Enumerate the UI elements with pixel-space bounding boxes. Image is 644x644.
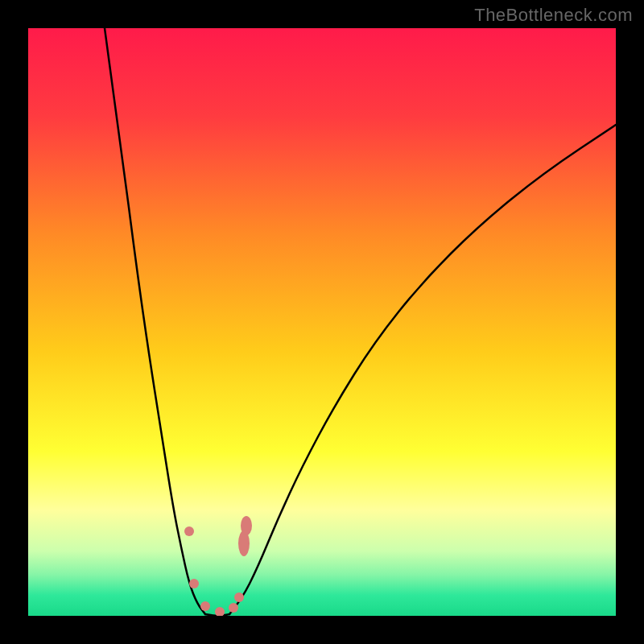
data-point-1 [189,579,199,588]
data-point-4 [229,603,238,613]
chart-frame: TheBottleneck.com [0,0,644,644]
plot-area [28,28,616,616]
data-point-7 [241,516,252,535]
watermark-text: TheBottleneck.com [474,5,633,26]
chart-svg [28,28,616,616]
data-point-5 [234,592,244,602]
data-point-2 [200,601,210,611]
data-point-0 [184,526,194,536]
